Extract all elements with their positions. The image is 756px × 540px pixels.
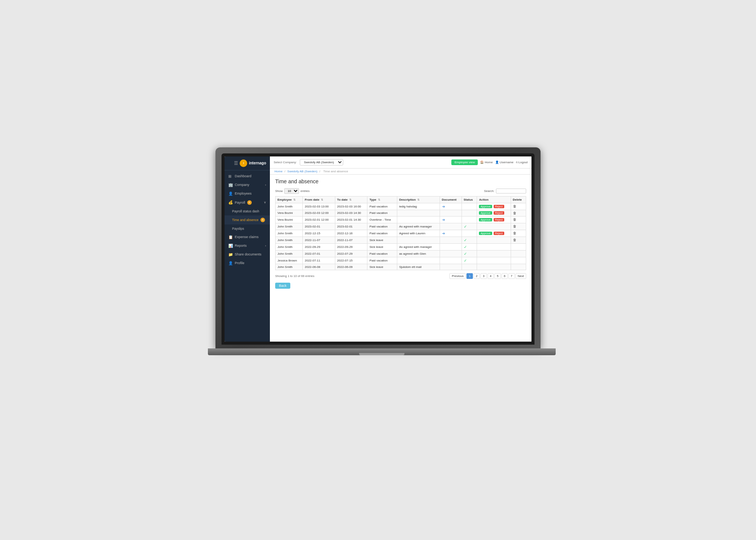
trash-icon[interactable]: 🗑 [513, 231, 516, 235]
doc-cell [440, 264, 462, 270]
description-cell: ledig halvdag [397, 203, 440, 210]
to-date-cell: 2022-09-29 [335, 243, 367, 250]
description-cell: As agreed with manager [397, 223, 440, 230]
delete-cell: 🗑 [511, 223, 526, 230]
page-3-btn[interactable]: 3 [480, 273, 486, 279]
col-status[interactable]: Status [462, 196, 477, 203]
type-cell: Paid vacation [367, 257, 397, 264]
col-delete[interactable]: Delete [511, 196, 526, 203]
sidebar-item-dashboard[interactable]: ⊞ Dashboard [225, 172, 270, 181]
employee-view-button[interactable]: Employee view [451, 159, 478, 165]
action-cell [477, 237, 511, 243]
dashboard-icon: ⊞ [228, 174, 233, 178]
reject-button[interactable]: Reject [494, 205, 504, 208]
entries-select[interactable]: 10 25 50 [284, 188, 299, 194]
col-to-date[interactable]: To date ⇅ [335, 196, 367, 203]
expense-icon: 📋 [228, 235, 233, 239]
status-cell [462, 216, 477, 223]
trash-icon[interactable]: 🗑 [513, 218, 516, 221]
page-5-btn[interactable]: 5 [494, 273, 500, 279]
col-employee[interactable]: Employee ⇅ [276, 196, 303, 203]
approve-button[interactable]: Approve [479, 218, 492, 221]
status-cell: ✓ [462, 243, 477, 250]
sidebar-item-time-absence[interactable]: Time and absence 4 [225, 215, 270, 224]
table-row: John Smith 2022-12-15 2022-12-16 Paid va… [276, 230, 526, 237]
breadcrumb-current: Time and absence [323, 170, 348, 173]
sidebar-item-payroll[interactable]: 💰 Payroll 4 ∨ [225, 198, 270, 207]
delete-cell [511, 250, 526, 257]
document-arrow-icon[interactable]: ➜ [442, 204, 445, 209]
trash-icon[interactable]: 🗑 [513, 204, 516, 208]
sidebar-item-payslips[interactable]: Payslips [225, 224, 270, 233]
next-btn[interactable]: Next [516, 273, 526, 279]
sidebar-item-payroll-status[interactable]: Payroll status dash [225, 207, 270, 215]
sidebar-item-label: Time and absence [232, 218, 259, 222]
trash-icon[interactable]: 🗑 [513, 224, 516, 228]
home-link[interactable]: 🏠 Home [480, 161, 493, 164]
to-date-cell: 2022-07-15 [335, 257, 367, 264]
page-2-btn[interactable]: 2 [474, 273, 480, 279]
description-cell [397, 237, 440, 243]
delete-cell: 🗑 [511, 210, 526, 216]
employee-cell: John Smith [276, 230, 303, 237]
sidebar-item-expense-claims[interactable]: 📋 Expense claims [225, 233, 270, 241]
col-from-date[interactable]: From date ⇅ [303, 196, 335, 203]
table-row: John Smith 2022-11-07 2022-11-07 Sick le… [276, 237, 526, 243]
back-button[interactable]: Back [275, 283, 290, 289]
from-date-cell: 2022-09-29 [303, 243, 335, 250]
status-check-icon: ✓ [464, 258, 467, 263]
profile-icon: 👤 [228, 261, 233, 265]
username-link[interactable]: 👤 Username [495, 161, 514, 164]
trash-icon[interactable]: 🗑 [513, 238, 516, 242]
col-action[interactable]: Action [477, 196, 511, 203]
hamburger-menu[interactable]: ☰ [234, 161, 238, 166]
status-cell: ✓ [462, 223, 477, 230]
company-select[interactable]: Swedofy AB (Sweden) [300, 159, 343, 166]
to-date-cell: 2023-02-01 [335, 223, 367, 230]
document-arrow-icon[interactable]: ➜ [442, 231, 445, 235]
employee-cell: Jessica Brown [276, 257, 303, 264]
delete-cell: 🗑 [511, 230, 526, 237]
table-row: Vera Bozini 2023-02-01 12:00 2023-02-01 … [276, 216, 526, 223]
sidebar-item-employees[interactable]: 👤 Employees [225, 189, 270, 198]
reject-button[interactable]: Reject [494, 218, 504, 221]
logout-link[interactable]: ⎋ Logout [516, 161, 528, 164]
page-1-btn[interactable]: 1 [466, 273, 472, 279]
col-document[interactable]: Document [440, 196, 462, 203]
table-row: Vera Bozini 2023-02-03 12:00 2023-02-03 … [276, 210, 526, 216]
sidebar-item-reports[interactable]: 📊 Reports › [225, 241, 270, 250]
breadcrumb-company[interactable]: Swedofy AB (Sweden) [287, 170, 318, 173]
page-6-btn[interactable]: 6 [502, 273, 508, 279]
status-cell [462, 210, 477, 216]
employee-cell: John Smith [276, 243, 303, 250]
search-input[interactable] [496, 189, 526, 193]
prev-btn[interactable]: Previous [449, 273, 466, 279]
page-7-btn[interactable]: 7 [508, 273, 514, 279]
sidebar-item-share-docs[interactable]: 📁 Share documents [225, 250, 270, 259]
to-date-cell: 2023-02-03 16:00 [335, 203, 367, 210]
doc-cell [440, 223, 462, 230]
document-arrow-icon[interactable]: ➜ [442, 218, 445, 222]
col-type[interactable]: Type ⇅ [367, 196, 397, 203]
employee-cell: John Smith [276, 264, 303, 270]
page-content: Time and absence Show 10 25 50 en [270, 175, 531, 342]
approve-button[interactable]: Approve [479, 205, 492, 208]
sidebar-item-company[interactable]: 🏢 Company › [225, 181, 270, 189]
laptop-base [208, 348, 556, 355]
sidebar-item-profile[interactable]: 👤 Profile [225, 259, 270, 268]
approve-button[interactable]: Approve [479, 232, 492, 235]
pagination-bar: Showing 1 to 10 of 66 entries Previous 1… [275, 273, 526, 279]
page-4-btn[interactable]: 4 [488, 273, 494, 279]
reject-button[interactable]: Reject [494, 211, 504, 215]
reject-button[interactable]: Reject [494, 232, 504, 235]
status-cell [462, 264, 477, 270]
type-cell: Paid vacation [367, 250, 397, 257]
description-cell: Sjukdom ett mail [397, 264, 440, 270]
approve-button[interactable]: Approve [479, 211, 492, 215]
col-description[interactable]: Description ⇅ [397, 196, 440, 203]
from-date-cell: 2023-02-01 12:00 [303, 216, 335, 223]
trash-icon[interactable]: 🗑 [513, 211, 516, 215]
breadcrumb-home[interactable]: Home [274, 170, 282, 173]
chevron-down-icon: ∨ [264, 201, 266, 204]
to-date-cell: 2022-12-16 [335, 230, 367, 237]
